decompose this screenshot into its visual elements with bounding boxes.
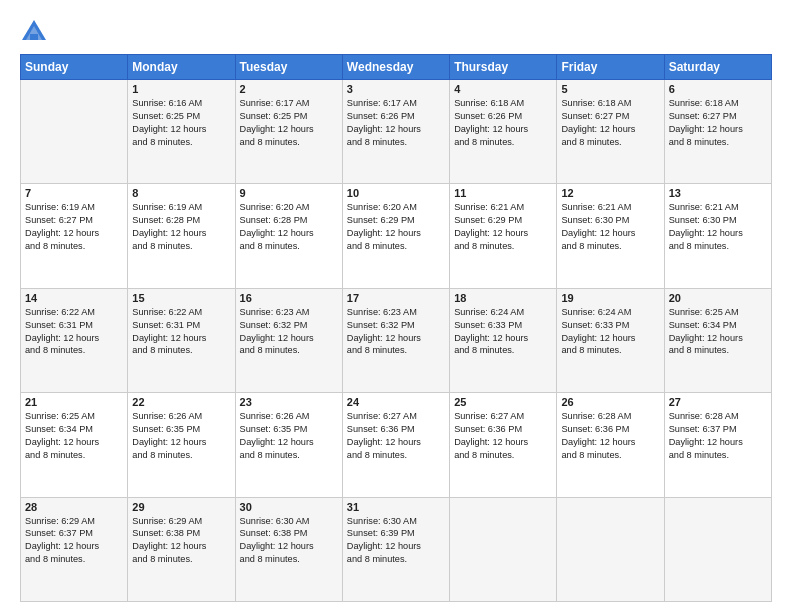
svg-rect-2 xyxy=(30,34,38,40)
logo xyxy=(20,18,52,46)
calendar-cell: 9Sunrise: 6:20 AMSunset: 6:28 PMDaylight… xyxy=(235,184,342,288)
calendar-cell: 28Sunrise: 6:29 AMSunset: 6:37 PMDayligh… xyxy=(21,497,128,601)
day-info: Sunrise: 6:19 AMSunset: 6:27 PMDaylight:… xyxy=(25,201,123,253)
calendar-cell: 4Sunrise: 6:18 AMSunset: 6:26 PMDaylight… xyxy=(450,80,557,184)
day-number: 23 xyxy=(240,396,338,408)
calendar-header-row: SundayMondayTuesdayWednesdayThursdayFrid… xyxy=(21,55,772,80)
day-info: Sunrise: 6:28 AMSunset: 6:36 PMDaylight:… xyxy=(561,410,659,462)
calendar-week-5: 28Sunrise: 6:29 AMSunset: 6:37 PMDayligh… xyxy=(21,497,772,601)
calendar-cell: 8Sunrise: 6:19 AMSunset: 6:28 PMDaylight… xyxy=(128,184,235,288)
calendar-cell: 15Sunrise: 6:22 AMSunset: 6:31 PMDayligh… xyxy=(128,288,235,392)
day-info: Sunrise: 6:23 AMSunset: 6:32 PMDaylight:… xyxy=(347,306,445,358)
calendar-cell: 31Sunrise: 6:30 AMSunset: 6:39 PMDayligh… xyxy=(342,497,449,601)
calendar-cell: 22Sunrise: 6:26 AMSunset: 6:35 PMDayligh… xyxy=(128,393,235,497)
calendar-cell xyxy=(450,497,557,601)
day-number: 11 xyxy=(454,187,552,199)
calendar-week-2: 7Sunrise: 6:19 AMSunset: 6:27 PMDaylight… xyxy=(21,184,772,288)
calendar-cell: 18Sunrise: 6:24 AMSunset: 6:33 PMDayligh… xyxy=(450,288,557,392)
day-info: Sunrise: 6:26 AMSunset: 6:35 PMDaylight:… xyxy=(132,410,230,462)
day-number: 12 xyxy=(561,187,659,199)
day-info: Sunrise: 6:25 AMSunset: 6:34 PMDaylight:… xyxy=(669,306,767,358)
day-number: 18 xyxy=(454,292,552,304)
day-info: Sunrise: 6:22 AMSunset: 6:31 PMDaylight:… xyxy=(132,306,230,358)
day-number: 6 xyxy=(669,83,767,95)
calendar-cell: 7Sunrise: 6:19 AMSunset: 6:27 PMDaylight… xyxy=(21,184,128,288)
day-info: Sunrise: 6:22 AMSunset: 6:31 PMDaylight:… xyxy=(25,306,123,358)
day-info: Sunrise: 6:21 AMSunset: 6:30 PMDaylight:… xyxy=(669,201,767,253)
day-number: 4 xyxy=(454,83,552,95)
calendar-cell: 16Sunrise: 6:23 AMSunset: 6:32 PMDayligh… xyxy=(235,288,342,392)
day-info: Sunrise: 6:17 AMSunset: 6:26 PMDaylight:… xyxy=(347,97,445,149)
day-info: Sunrise: 6:28 AMSunset: 6:37 PMDaylight:… xyxy=(669,410,767,462)
day-info: Sunrise: 6:17 AMSunset: 6:25 PMDaylight:… xyxy=(240,97,338,149)
day-info: Sunrise: 6:24 AMSunset: 6:33 PMDaylight:… xyxy=(561,306,659,358)
calendar-cell: 29Sunrise: 6:29 AMSunset: 6:38 PMDayligh… xyxy=(128,497,235,601)
page: SundayMondayTuesdayWednesdayThursdayFrid… xyxy=(0,0,792,612)
day-number: 17 xyxy=(347,292,445,304)
calendar-week-3: 14Sunrise: 6:22 AMSunset: 6:31 PMDayligh… xyxy=(21,288,772,392)
col-header-sunday: Sunday xyxy=(21,55,128,80)
col-header-friday: Friday xyxy=(557,55,664,80)
day-info: Sunrise: 6:29 AMSunset: 6:37 PMDaylight:… xyxy=(25,515,123,567)
calendar-cell: 19Sunrise: 6:24 AMSunset: 6:33 PMDayligh… xyxy=(557,288,664,392)
calendar-cell xyxy=(664,497,771,601)
calendar-week-1: 1Sunrise: 6:16 AMSunset: 6:25 PMDaylight… xyxy=(21,80,772,184)
col-header-saturday: Saturday xyxy=(664,55,771,80)
day-info: Sunrise: 6:16 AMSunset: 6:25 PMDaylight:… xyxy=(132,97,230,149)
calendar-cell: 1Sunrise: 6:16 AMSunset: 6:25 PMDaylight… xyxy=(128,80,235,184)
day-number: 16 xyxy=(240,292,338,304)
day-info: Sunrise: 6:18 AMSunset: 6:26 PMDaylight:… xyxy=(454,97,552,149)
calendar-cell: 6Sunrise: 6:18 AMSunset: 6:27 PMDaylight… xyxy=(664,80,771,184)
day-number: 28 xyxy=(25,501,123,513)
day-info: Sunrise: 6:21 AMSunset: 6:30 PMDaylight:… xyxy=(561,201,659,253)
calendar-cell: 13Sunrise: 6:21 AMSunset: 6:30 PMDayligh… xyxy=(664,184,771,288)
calendar-cell: 24Sunrise: 6:27 AMSunset: 6:36 PMDayligh… xyxy=(342,393,449,497)
col-header-wednesday: Wednesday xyxy=(342,55,449,80)
day-number: 1 xyxy=(132,83,230,95)
day-number: 10 xyxy=(347,187,445,199)
calendar-cell: 21Sunrise: 6:25 AMSunset: 6:34 PMDayligh… xyxy=(21,393,128,497)
calendar-cell xyxy=(21,80,128,184)
day-info: Sunrise: 6:26 AMSunset: 6:35 PMDaylight:… xyxy=(240,410,338,462)
day-number: 29 xyxy=(132,501,230,513)
day-info: Sunrise: 6:18 AMSunset: 6:27 PMDaylight:… xyxy=(561,97,659,149)
logo-icon xyxy=(20,18,48,46)
header xyxy=(20,18,772,46)
day-number: 8 xyxy=(132,187,230,199)
day-number: 2 xyxy=(240,83,338,95)
calendar-cell: 30Sunrise: 6:30 AMSunset: 6:38 PMDayligh… xyxy=(235,497,342,601)
col-header-monday: Monday xyxy=(128,55,235,80)
calendar-cell: 3Sunrise: 6:17 AMSunset: 6:26 PMDaylight… xyxy=(342,80,449,184)
day-number: 25 xyxy=(454,396,552,408)
calendar-cell: 14Sunrise: 6:22 AMSunset: 6:31 PMDayligh… xyxy=(21,288,128,392)
day-number: 30 xyxy=(240,501,338,513)
day-info: Sunrise: 6:21 AMSunset: 6:29 PMDaylight:… xyxy=(454,201,552,253)
calendar-cell: 23Sunrise: 6:26 AMSunset: 6:35 PMDayligh… xyxy=(235,393,342,497)
calendar-cell: 12Sunrise: 6:21 AMSunset: 6:30 PMDayligh… xyxy=(557,184,664,288)
day-info: Sunrise: 6:27 AMSunset: 6:36 PMDaylight:… xyxy=(454,410,552,462)
calendar-week-4: 21Sunrise: 6:25 AMSunset: 6:34 PMDayligh… xyxy=(21,393,772,497)
day-number: 5 xyxy=(561,83,659,95)
day-info: Sunrise: 6:29 AMSunset: 6:38 PMDaylight:… xyxy=(132,515,230,567)
calendar-cell: 11Sunrise: 6:21 AMSunset: 6:29 PMDayligh… xyxy=(450,184,557,288)
day-info: Sunrise: 6:19 AMSunset: 6:28 PMDaylight:… xyxy=(132,201,230,253)
day-info: Sunrise: 6:30 AMSunset: 6:38 PMDaylight:… xyxy=(240,515,338,567)
day-info: Sunrise: 6:20 AMSunset: 6:28 PMDaylight:… xyxy=(240,201,338,253)
day-info: Sunrise: 6:30 AMSunset: 6:39 PMDaylight:… xyxy=(347,515,445,567)
calendar-cell: 17Sunrise: 6:23 AMSunset: 6:32 PMDayligh… xyxy=(342,288,449,392)
calendar-cell: 10Sunrise: 6:20 AMSunset: 6:29 PMDayligh… xyxy=(342,184,449,288)
calendar-cell: 27Sunrise: 6:28 AMSunset: 6:37 PMDayligh… xyxy=(664,393,771,497)
calendar-cell: 5Sunrise: 6:18 AMSunset: 6:27 PMDaylight… xyxy=(557,80,664,184)
day-info: Sunrise: 6:27 AMSunset: 6:36 PMDaylight:… xyxy=(347,410,445,462)
calendar-table: SundayMondayTuesdayWednesdayThursdayFrid… xyxy=(20,54,772,602)
col-header-thursday: Thursday xyxy=(450,55,557,80)
day-number: 13 xyxy=(669,187,767,199)
day-number: 3 xyxy=(347,83,445,95)
day-info: Sunrise: 6:23 AMSunset: 6:32 PMDaylight:… xyxy=(240,306,338,358)
day-number: 31 xyxy=(347,501,445,513)
calendar-cell: 20Sunrise: 6:25 AMSunset: 6:34 PMDayligh… xyxy=(664,288,771,392)
day-number: 26 xyxy=(561,396,659,408)
calendar-cell: 2Sunrise: 6:17 AMSunset: 6:25 PMDaylight… xyxy=(235,80,342,184)
calendar-cell xyxy=(557,497,664,601)
day-info: Sunrise: 6:25 AMSunset: 6:34 PMDaylight:… xyxy=(25,410,123,462)
